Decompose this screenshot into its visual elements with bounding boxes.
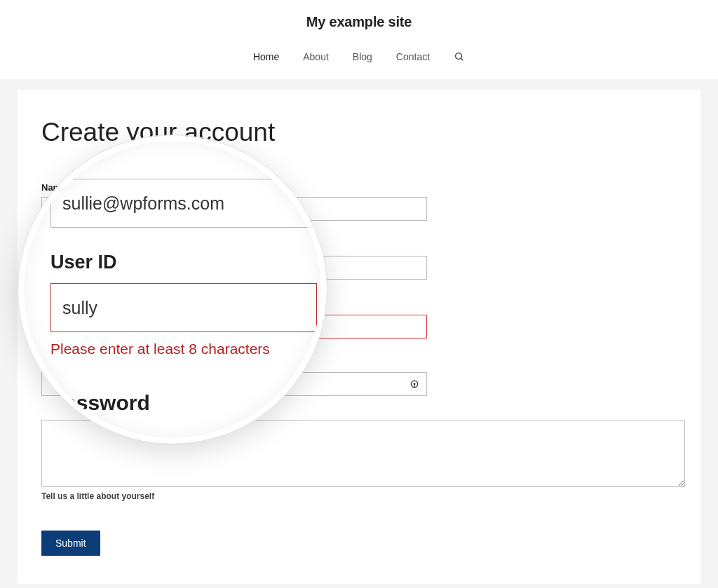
svg-line-1 [461,58,463,60]
password-manager-icon[interactable] [409,378,420,390]
site-title: My example site [0,14,718,30]
nav-contact[interactable]: Contact [396,51,430,62]
bio-help-text: Tell us a little about yourself [41,491,677,501]
nav-blog[interactable]: Blog [353,51,372,62]
nav-home[interactable]: Home [253,51,279,62]
submit-button[interactable]: Submit [41,531,100,556]
search-icon[interactable] [454,51,465,62]
svg-point-3 [414,383,416,385]
site-header: My example site Home About Blog Contact [0,0,718,79]
lens-userid-error: Please enter at least 8 characters [50,341,307,357]
svg-point-0 [456,53,462,60]
magnifier-lens: sullie@wpforms.com User ID sully Please … [18,135,327,444]
nav-about[interactable]: About [303,51,329,62]
lens-email-input[interactable]: sullie@wpforms.com [50,179,317,228]
lens-userid-input[interactable]: sully [50,283,317,332]
lens-userid-label: User ID [50,252,307,273]
primary-nav: Home About Blog Contact [0,51,718,79]
